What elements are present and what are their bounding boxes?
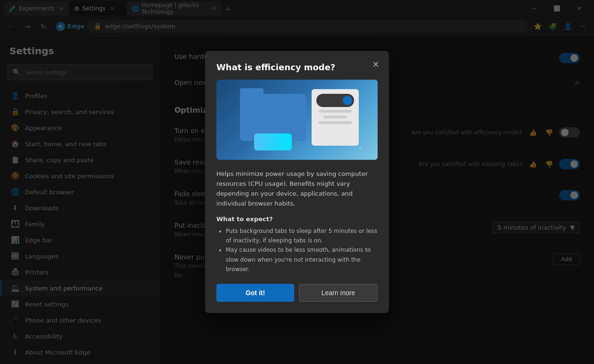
dialog-close-button[interactable]: ✕ (369, 58, 382, 71)
dialog-actions: Got it! Learn more (216, 284, 378, 302)
dialog-bullet-list: Puts background tabs to sleep after 5 mi… (216, 226, 378, 274)
illustration-battery (254, 133, 292, 150)
illustration-line-3 (319, 121, 352, 124)
modal-overlay: ✕ What is efficiency mode? ✦ Helps minim… (0, 0, 594, 364)
illustration-line-2 (323, 116, 347, 118)
dialog-what-label: What to expect? (216, 215, 378, 223)
illustration-card (312, 89, 359, 146)
dialog-illustration: ✦ (216, 80, 378, 160)
efficiency-mode-dialog: ✕ What is efficiency mode? ✦ Helps minim… (205, 51, 389, 313)
got-it-button[interactable]: Got it! (216, 284, 294, 302)
illustration-sparkle: ✦ (357, 144, 363, 153)
learn-more-button[interactable]: Learn more (299, 284, 378, 302)
illustration-line-1 (319, 110, 352, 113)
illustration-toggle-widget (316, 94, 354, 107)
dialog-description: Helps minimize power usage by saving com… (216, 169, 378, 208)
dialog-bullet-2: May cause videos to be less smooth, anim… (226, 245, 378, 274)
illustration-toggle-knob (343, 96, 352, 105)
dialog-bullet-1: Puts background tabs to sleep after 5 mi… (226, 226, 378, 246)
dialog-title: What is efficiency mode? (216, 62, 378, 72)
